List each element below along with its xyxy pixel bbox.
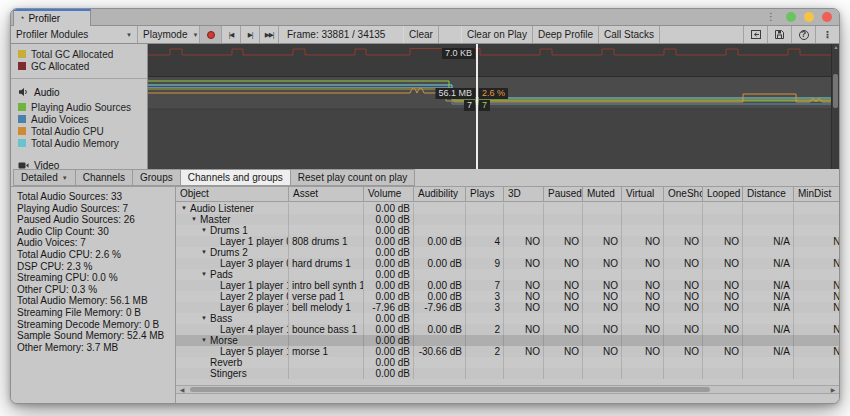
detail-tabbar: Detailed▼ChannelsGroupsChannels and grou…: [11, 169, 839, 187]
video-module-header[interactable]: Video: [11, 158, 59, 169]
header-cell-mindist[interactable]: MinDist: [794, 187, 839, 201]
profiler-tab[interactable]: ◔ Profiler: [13, 9, 91, 26]
frame-selection-line[interactable]: [476, 44, 478, 169]
tab-channels[interactable]: Channels: [76, 169, 133, 186]
window-menu-icon[interactable]: ⋮: [766, 12, 776, 22]
cell-asset: [289, 368, 364, 379]
foldout-arrow-icon[interactable]: ▼: [201, 247, 210, 258]
deep-profile-toggle[interactable]: Deep Profile: [533, 26, 599, 43]
record-button[interactable]: [200, 26, 222, 43]
table-row[interactable]: Stingers0.00 dB: [176, 368, 839, 379]
table-row[interactable]: Layer 1 player 0808 drums 10.00 dB0.00 d…: [176, 236, 839, 247]
table-row[interactable]: Layer 5 player 1morse 10.00 dB-30.66 dB2…: [176, 346, 839, 357]
clear-button[interactable]: Clear: [403, 26, 439, 43]
legend-item[interactable]: Total Audio CPU: [11, 125, 147, 137]
cell-plays: [466, 357, 504, 368]
foldout-arrow-icon[interactable]: ▼: [201, 269, 210, 280]
legend-label: Total Audio CPU: [31, 126, 104, 137]
table-row[interactable]: Layer 6 player 1bell melody 1-7.96 dB-7.…: [176, 302, 839, 313]
cell-looped: NO: [703, 324, 743, 335]
header-cell-paused[interactable]: Paused: [544, 187, 583, 201]
video-module-title: Video: [34, 160, 59, 170]
foldout-arrow-icon[interactable]: ▼: [201, 225, 210, 236]
cell-looped: NO: [703, 258, 743, 269]
tab-reset-play-count-on-play[interactable]: Reset play count on play: [291, 169, 416, 186]
legend-item[interactable]: Total Audio Memory: [11, 137, 147, 149]
chart-area[interactable]: 7.0 KB 56.1 MB 2.6 % 7 7 ▲: [148, 44, 839, 169]
cell-asset: [289, 357, 364, 368]
header-cell-looped[interactable]: Looped: [703, 187, 743, 201]
table-row[interactable]: ▼Bass0.00 dB: [176, 313, 839, 324]
help-button[interactable]: ?: [791, 26, 815, 43]
table-row[interactable]: Reverb0.00 dB: [176, 357, 839, 368]
cell-mindist: N/A: [794, 236, 839, 247]
header-cell-muted[interactable]: Muted: [583, 187, 622, 201]
header-cell-object[interactable]: Object: [176, 187, 289, 201]
header-cell-distance[interactable]: Distance: [743, 187, 794, 201]
context-menu-button[interactable]: ⋮: [815, 26, 839, 43]
legend-item[interactable]: Audio Voices: [11, 113, 147, 125]
table-row[interactable]: ▼Audio Listener0.00 dB: [176, 203, 839, 214]
header-cell-volume[interactable]: Volume: [364, 187, 414, 201]
tab-detailed[interactable]: Detailed▼: [13, 169, 76, 186]
hscrollbar[interactable]: ◀ ▶: [176, 385, 839, 394]
cell-virtual: [622, 225, 664, 236]
prev-frame-button[interactable]: |◀: [222, 26, 241, 43]
window-button-yellow[interactable]: [804, 12, 814, 22]
cell-audibility: [414, 214, 466, 225]
load-profile-button[interactable]: [743, 26, 767, 43]
tab-groups[interactable]: Groups: [133, 169, 181, 186]
table-row[interactable]: ▼Master0.00 dB: [176, 214, 839, 225]
hscroll-thumb[interactable]: [190, 387, 710, 392]
header-cell-oneshot[interactable]: OneShot: [664, 187, 703, 201]
window-button-green[interactable]: [786, 12, 796, 22]
table-row[interactable]: Layer 1 player 1intro bell synth 10.00 d…: [176, 280, 839, 291]
table-row[interactable]: ▼Drums 10.00 dB: [176, 225, 839, 236]
header-cell-audibility[interactable]: Audibility: [414, 187, 466, 201]
legend-item[interactable]: GC Allocated: [11, 60, 147, 72]
cell-looped: [703, 225, 743, 236]
legend-item[interactable]: Total GC Allocated: [11, 48, 147, 60]
chart-vscrollbar[interactable]: ▲: [831, 44, 839, 169]
scroll-left-button[interactable]: ◀: [176, 386, 188, 393]
header-cell-asset[interactable]: Asset: [289, 187, 364, 201]
cell-mindist: [794, 247, 839, 258]
table-row[interactable]: ▼Pads0.00 dB: [176, 269, 839, 280]
chart-vscroll-thumb[interactable]: [833, 74, 838, 108]
header-cell-plays[interactable]: Plays: [466, 187, 504, 201]
stat-line: Other Memory: 3.7 MB: [17, 342, 175, 354]
foldout-arrow-icon[interactable]: ▼: [181, 203, 190, 214]
table-row[interactable]: ▼Morse0.00 dB: [176, 335, 839, 346]
table-row[interactable]: Layer 3 player 0hard drums 10.00 dB0.00 …: [176, 258, 839, 269]
playmode-label: Playmode: [143, 29, 187, 40]
last-frame-button[interactable]: ▶▶|: [260, 26, 279, 43]
foldout-arrow-icon[interactable]: ▼: [191, 214, 200, 225]
stat-line: Audio Clip Count: 30: [17, 226, 175, 238]
call-stacks-toggle[interactable]: Call Stacks: [599, 26, 660, 43]
cell-muted: NO: [583, 236, 622, 247]
scroll-right-button[interactable]: ▶: [827, 386, 839, 393]
table-row[interactable]: Layer 4 player 1bounce bass 10.00 dB0.00…: [176, 324, 839, 335]
audio-module-header[interactable]: Audio: [11, 85, 147, 99]
table-row[interactable]: ▼Drums 20.00 dB: [176, 247, 839, 258]
cell-oneshot: [664, 214, 703, 225]
toolbar: Profiler Modules ▼ Playmode ▼ |◀ ▶| ▶▶| …: [11, 26, 839, 44]
foldout-arrow-icon[interactable]: ▼: [201, 313, 210, 324]
window-button-red[interactable]: [822, 12, 832, 22]
tab-channels-and-groups[interactable]: Channels and groups: [181, 169, 291, 186]
save-profile-button[interactable]: [767, 26, 791, 43]
cell-distance: [743, 269, 794, 280]
foldout-arrow-icon[interactable]: ▼: [201, 335, 210, 346]
object-cell: Layer 6 player 1: [176, 302, 289, 313]
cell-virtual: [622, 357, 664, 368]
header-cell-virtual[interactable]: Virtual: [622, 187, 664, 201]
clear-on-play-toggle[interactable]: Clear on Play: [461, 26, 533, 43]
playmode-dropdown[interactable]: Playmode ▼: [138, 26, 200, 43]
cell-plays: [466, 269, 504, 280]
header-cell-d3[interactable]: 3D: [504, 187, 544, 201]
legend-item[interactable]: Playing Audio Sources: [11, 101, 147, 113]
cell-looped: NO: [703, 280, 743, 291]
table-row[interactable]: Layer 2 player 0verse pad 10.00 dB0.00 d…: [176, 291, 839, 302]
next-frame-button[interactable]: ▶|: [241, 26, 260, 43]
profiler-modules-dropdown[interactable]: Profiler Modules ▼: [11, 26, 138, 43]
